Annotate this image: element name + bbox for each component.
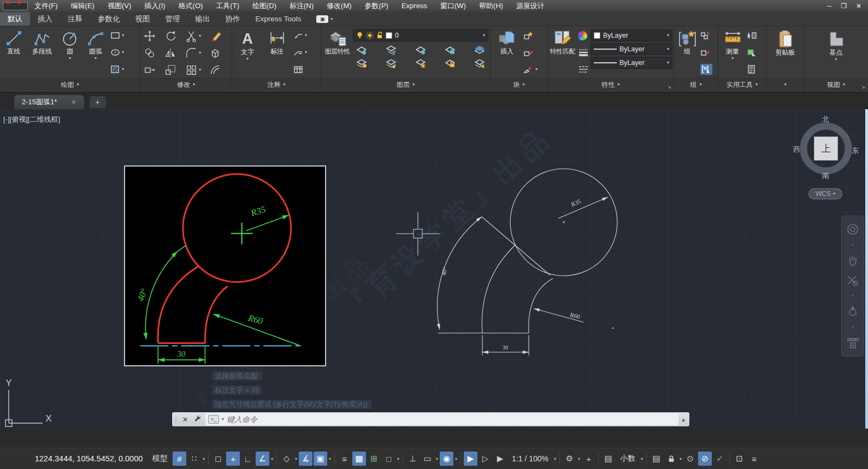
- viewcube[interactable]: 北 西 东 南 上 WCS▾: [788, 112, 864, 207]
- pan-hand-icon[interactable]: [846, 254, 859, 267]
- panel-label-properties[interactable]: 特性▾ ↘: [548, 78, 674, 91]
- rotate-button[interactable]: [164, 31, 185, 41]
- layer-off-icon[interactable]: [356, 45, 367, 55]
- panel-label-utilities[interactable]: 实用工具▾: [718, 78, 766, 91]
- autoscale-toggle[interactable]: ▷: [479, 452, 492, 466]
- ortho-toggle[interactable]: ∟: [241, 452, 255, 466]
- ribbon-tab-express[interactable]: Express Tools: [248, 12, 309, 26]
- linetype-combo[interactable]: ByLayer ▾: [591, 57, 672, 69]
- app-icon[interactable]: [3, 2, 28, 10]
- quick-properties-toggle[interactable]: ▤: [649, 452, 663, 466]
- circle-button[interactable]: 圆 ▾: [58, 27, 82, 61]
- workspace-caret-icon[interactable]: ▾: [577, 456, 581, 461]
- layer-lock-icon[interactable]: [445, 45, 456, 55]
- leader-button[interactable]: ▾: [293, 30, 307, 41]
- layer-freeze-icon[interactable]: [415, 45, 426, 55]
- layer-order-icon[interactable]: [474, 45, 485, 55]
- workspace-gear-icon[interactable]: ⚙: [563, 452, 576, 466]
- viewcube-north[interactable]: 北: [822, 115, 829, 124]
- viewcube-west[interactable]: 西: [793, 145, 800, 155]
- ribbon-tab-view[interactable]: 视图: [128, 12, 158, 26]
- group-edit-button[interactable]: [700, 47, 712, 58]
- zoom-extents-icon[interactable]: [846, 274, 859, 287]
- selection-filter-toggle[interactable]: ▭: [421, 452, 434, 466]
- viewport-controls[interactable]: [-][俯视][二维线框]: [3, 115, 60, 124]
- properties-launcher-icon[interactable]: ↘: [667, 84, 671, 90]
- new-document-tab-button[interactable]: +: [90, 96, 106, 108]
- rectangle-button[interactable]: ▾: [110, 30, 124, 41]
- ribbon-display-toggle[interactable]: ▣ ▾: [316, 12, 333, 26]
- menu-file[interactable]: 文件(F): [28, 0, 64, 12]
- annotation-visibility-toggle[interactable]: ▶: [464, 452, 477, 466]
- snap-toggle[interactable]: ∷: [187, 452, 201, 466]
- 3d-osnap-caret-icon[interactable]: ▾: [397, 456, 400, 461]
- lock-ui-toggle[interactable]: [664, 452, 678, 466]
- menu-dimension[interactable]: 标注(N): [283, 0, 320, 12]
- command-line[interactable]: ⁞ ✕ >_ ▾ ▲: [172, 412, 689, 426]
- hardware-acceleration-toggle[interactable]: ⊘: [698, 452, 712, 466]
- reference-image[interactable]: R35 40° R60 30: [124, 165, 326, 366]
- polar-tracking-toggle[interactable]: ∠: [256, 452, 269, 466]
- menu-window[interactable]: 窗口(W): [434, 0, 473, 12]
- text-button[interactable]: A 文字 ▾: [233, 27, 262, 61]
- dimension-button[interactable]: 标注: [262, 27, 292, 56]
- command-grip[interactable]: ⁞: [172, 416, 179, 423]
- restore-button[interactable]: ❐: [841, 2, 847, 10]
- infer-constraints-toggle[interactable]: ◻: [211, 452, 225, 466]
- fullscreen-toggle[interactable]: ⊡: [733, 452, 746, 466]
- copy-button[interactable]: [144, 48, 164, 58]
- polar-caret-icon[interactable]: ▾: [270, 456, 274, 461]
- layer-thaw-all-icon[interactable]: [415, 58, 426, 68]
- menu-view[interactable]: 视图(V): [101, 0, 138, 12]
- customize-menu-icon[interactable]: ≡: [747, 452, 761, 466]
- command-wrench-icon[interactable]: [191, 414, 203, 424]
- panel-label-modify[interactable]: 修改▾: [140, 78, 232, 91]
- clipboard-button[interactable]: 剪贴板: [769, 27, 802, 57]
- minimize-button[interactable]: ─: [827, 2, 832, 10]
- measure-button[interactable]: 测量 ▾: [719, 27, 746, 61]
- orbit-icon[interactable]: [846, 305, 859, 318]
- selection-cycling-toggle[interactable]: ⊞: [367, 452, 381, 466]
- panel-label-draw[interactable]: 绘图▾: [0, 78, 140, 91]
- panel-label-annotate[interactable]: 注释▾: [232, 78, 321, 91]
- ribbon-tab-home[interactable]: 默认: [0, 12, 30, 26]
- multileader-button[interactable]: ▾: [293, 47, 307, 58]
- line-button[interactable]: 直线: [1, 27, 26, 56]
- ribbon-tab-output[interactable]: 输出: [188, 12, 218, 26]
- lock-caret-icon[interactable]: ▾: [679, 456, 682, 461]
- wcs-button[interactable]: WCS▾: [808, 188, 842, 199]
- snap-caret-icon[interactable]: ▾: [202, 456, 205, 461]
- ellipse-button[interactable]: ▾: [110, 47, 124, 58]
- selection-caret-icon[interactable]: ▾: [435, 456, 439, 461]
- arc-button[interactable]: 圆弧 ▾: [82, 27, 109, 61]
- ribbon-tab-collaborate[interactable]: 协作: [218, 12, 248, 26]
- scale-button[interactable]: [164, 64, 185, 75]
- fillet-button[interactable]: ▾: [185, 48, 209, 58]
- command-input[interactable]: [227, 415, 676, 424]
- layer-isolate-icon[interactable]: [386, 45, 397, 55]
- layer-unlock-all-icon[interactable]: [445, 58, 456, 68]
- explode-button[interactable]: [209, 48, 226, 58]
- menu-help[interactable]: 帮助(H): [473, 0, 510, 12]
- isolate-objects-toggle[interactable]: ⊙: [683, 452, 697, 466]
- gizmo-toggle[interactable]: ◉: [440, 452, 453, 466]
- trim-button[interactable]: ▾: [185, 31, 209, 41]
- mirror-button[interactable]: [164, 48, 185, 58]
- panel-label-layers[interactable]: 图层▾: [321, 78, 490, 91]
- move-button[interactable]: [144, 31, 164, 41]
- grid-toggle[interactable]: #: [173, 452, 186, 466]
- quick-calc-button[interactable]: [747, 64, 757, 75]
- base-point-button[interactable]: 基点 ▾: [821, 27, 852, 62]
- viewcube-south[interactable]: 南: [822, 171, 829, 181]
- quick-select-button[interactable]: [747, 30, 757, 41]
- lineweight-combo[interactable]: ByLayer ▾: [591, 43, 672, 55]
- menu-format[interactable]: 格式(O): [172, 0, 210, 12]
- cad-drawing[interactable]: R35 40° R60 30: [412, 145, 636, 358]
- array-button[interactable]: ▾: [185, 64, 209, 75]
- annotation-monitor-toggle[interactable]: +: [582, 452, 595, 466]
- layer-combo-caret-icon[interactable]: ▾: [483, 33, 485, 38]
- command-input-field[interactable]: >_ ▾: [205, 413, 678, 425]
- dynamic-input-toggle[interactable]: +: [226, 452, 240, 466]
- arc-flyout-icon[interactable]: ▾: [95, 56, 97, 61]
- create-block-button[interactable]: [523, 30, 538, 41]
